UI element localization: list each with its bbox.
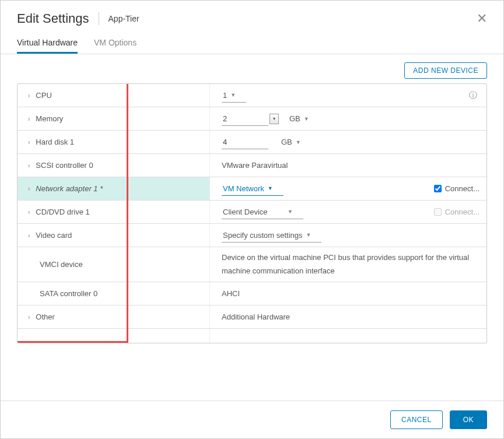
row-other: › Other Additional Hardware [18,305,487,329]
tab-vm-options[interactable]: VM Options [94,33,136,54]
expand-cd-dvd[interactable]: › CD/DVD drive 1 [18,201,210,223]
tab-bar: Virtual Hardware VM Options [1,33,503,54]
hard-disk-label: Hard disk 1 [36,138,74,146]
memory-spinner[interactable]: ▾ [270,114,279,124]
row-empty [18,329,487,343]
memory-unit-select[interactable]: GB▼ [289,114,309,123]
network-adapter-label: Network adapter 1 * [36,184,103,193]
ok-button[interactable]: OK [450,410,487,429]
row-memory: › Memory ▾ GB▼ [18,107,487,131]
vmci-label: VMCI device [40,260,83,269]
chevron-down-icon: ▼ [296,139,301,145]
close-icon[interactable]: ✕ [477,12,487,25]
expand-other[interactable]: › Other [18,305,210,328]
add-new-device-button[interactable]: ADD NEW DEVICE [404,62,487,79]
chevron-down-icon: ▼ [230,92,236,98]
hard-disk-unit-select[interactable]: GB▼ [281,138,301,146]
dialog-subtitle: App-Tier [108,14,139,23]
info-icon[interactable]: ⓘ [469,90,477,101]
tab-virtual-hardware[interactable]: Virtual Hardware [17,33,78,54]
title-divider [99,12,99,25]
chevron-right-icon: › [28,231,30,239]
other-label: Other [36,312,55,321]
network-select[interactable]: VM Network▼ [222,182,284,196]
cd-dvd-label: CD/DVD drive 1 [36,208,89,216]
video-card-label: Video card [36,231,72,240]
expand-memory[interactable]: › Memory [18,107,210,130]
expand-hard-disk[interactable]: › Hard disk 1 [18,131,210,153]
other-value: Additional Hardware [222,312,290,321]
hard-disk-size-input[interactable] [222,135,268,149]
sata-value: AHCI [222,289,240,298]
row-video-card: › Video card Specify custom settings▼ [18,224,487,247]
chevron-right-icon: › [28,115,30,122]
hardware-panel: › CPU 1▼ ⓘ › Memory ▾ GB▼ [17,83,487,343]
memory-label: Memory [36,114,63,123]
edit-settings-dialog: Edit Settings App-Tier ✕ Virtual Hardwar… [0,0,504,439]
row-network-adapter: › Network adapter 1 * VM Network▼ Connec… [18,177,487,201]
chevron-down-icon: ▼ [268,185,273,191]
expand-network-adapter[interactable]: › Network adapter 1 * [18,177,210,200]
video-card-select[interactable]: Specify custom settings▼ [222,229,321,243]
row-vmci-device: VMCI device Device on the virtual machin… [18,247,487,282]
chevron-down-icon: ▼ [304,116,309,122]
vmci-cell: VMCI device [18,247,210,282]
chevron-down-icon: ▼ [288,209,293,215]
cd-dvd-connect-checkbox [434,208,442,216]
dialog-footer: CANCEL OK [1,401,503,438]
row-cpu: › CPU 1▼ ⓘ [18,84,487,107]
scsi-label: SCSI controller 0 [36,161,93,170]
sata-label: SATA controller 0 [40,289,97,298]
sata-cell: SATA controller 0 [18,282,210,305]
expand-scsi[interactable]: › SCSI controller 0 [18,154,210,177]
row-sata-controller: SATA controller 0 AHCI [18,282,487,305]
chevron-right-icon: › [28,161,30,169]
scsi-value: VMware Paravirtual [222,161,288,170]
cd-dvd-device-select[interactable]: Client Device▼ [222,205,303,219]
row-scsi-controller: › SCSI controller 0 VMware Paravirtual [18,154,487,177]
vmci-description: Device on the virtual machine PCI bus th… [222,251,480,278]
network-connect-label: Connect... [445,184,480,193]
cd-dvd-connect-label: Connect... [445,208,480,216]
cancel-button[interactable]: CANCEL [390,410,443,429]
chevron-right-icon: › [28,185,30,192]
expand-video-card[interactable]: › Video card [18,224,210,247]
chevron-right-icon: › [28,208,30,216]
chevron-right-icon: › [28,92,30,99]
cpu-label: CPU [36,91,51,100]
row-hard-disk: › Hard disk 1 GB▼ [18,131,487,154]
cpu-count-select[interactable]: 1▼ [222,89,246,103]
chevron-down-icon: ▼ [306,232,312,238]
memory-value-input[interactable] [222,112,268,126]
expand-cpu[interactable]: › CPU [18,84,210,107]
chevron-right-icon: › [28,313,30,321]
dialog-header: Edit Settings App-Tier ✕ [1,1,503,33]
network-connect-checkbox[interactable] [434,185,442,192]
dialog-title: Edit Settings [17,11,89,26]
chevron-right-icon: › [28,138,30,146]
row-cd-dvd: › CD/DVD drive 1 Client Device▼ Connect.… [18,201,487,224]
